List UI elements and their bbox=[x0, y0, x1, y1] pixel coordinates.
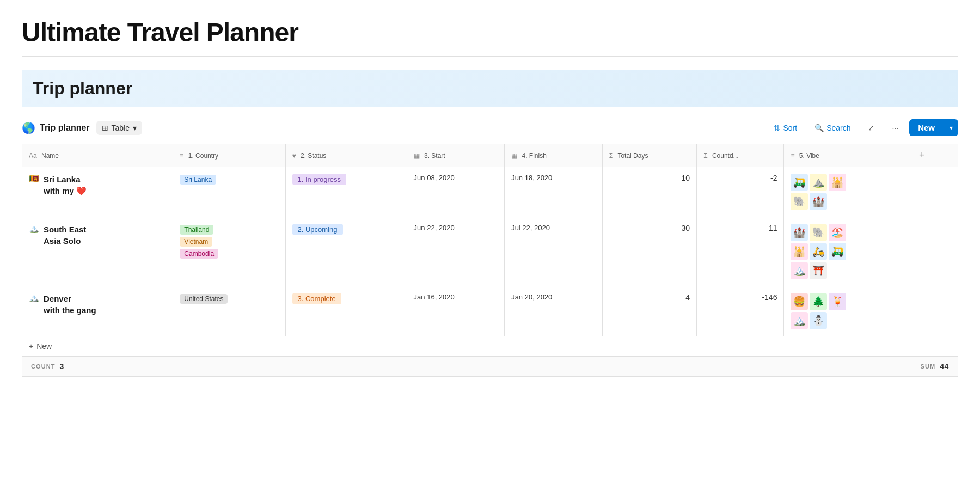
vibe-item: 🏖️ bbox=[829, 224, 846, 241]
more-button[interactable]: ··· bbox=[885, 120, 905, 136]
view-label: Table bbox=[112, 124, 130, 132]
col-vibe-label: 5. Vibe bbox=[799, 152, 819, 160]
sort-button[interactable]: ⇅ Sort bbox=[767, 120, 804, 136]
cell-vibe-row3: 🍔🌲🍹🏔️⛄ bbox=[784, 286, 908, 336]
count-value: 3 bbox=[60, 362, 64, 371]
col-header-finish: ▦ 4. Finish bbox=[505, 144, 603, 167]
cell-name-row2[interactable]: 🏔️South East Asia Solo bbox=[22, 217, 173, 286]
db-name: Trip planner bbox=[40, 123, 90, 133]
country-tag: Sri Lanka bbox=[180, 175, 216, 185]
country-tag: Vietnam bbox=[180, 237, 212, 247]
col-header-add[interactable]: + bbox=[908, 144, 958, 167]
col-finish-label: 4. Finish bbox=[522, 152, 546, 160]
col-header-total-days: Σ Total Days bbox=[602, 144, 696, 167]
table-grid-icon: ⊞ bbox=[102, 124, 108, 132]
vibe-item: 🛺 bbox=[829, 243, 846, 260]
vibe-item: 🏰 bbox=[810, 193, 827, 210]
cell-finish-row2: Jul 22, 2020 bbox=[505, 217, 603, 286]
status-badge: 2. Upcoming bbox=[292, 224, 343, 235]
cell-finish-row3: Jan 20, 2020 bbox=[505, 286, 603, 336]
db-title: 🌎 Trip planner bbox=[22, 121, 90, 134]
vibe-item: 🍔 bbox=[791, 293, 808, 310]
list-icon: ≡ bbox=[180, 152, 183, 160]
vibe-item: 🏔️ bbox=[791, 262, 808, 279]
col-header-start: ▦ 3. Start bbox=[407, 144, 505, 167]
vibe-item: ⛩️ bbox=[810, 262, 827, 279]
new-row-label: New bbox=[36, 342, 52, 351]
table-row: 🇱🇰Sri Lanka with my ❤️Sri Lanka1. In pro… bbox=[22, 167, 958, 217]
new-row-button[interactable]: + New bbox=[22, 336, 958, 356]
vibe-item: 🛵 bbox=[810, 243, 827, 260]
footer-sum: SUM 44 bbox=[920, 362, 949, 371]
cell-start-row1: Jun 08, 2020 bbox=[407, 167, 505, 217]
vibe-item: 🕌 bbox=[791, 243, 808, 260]
cell-total-days-row3: 4 bbox=[602, 286, 696, 336]
search-button[interactable]: 🔍 Search bbox=[808, 120, 857, 136]
flag-icon: 🏔️ bbox=[29, 224, 39, 234]
plus-icon: + bbox=[29, 342, 33, 351]
new-main-button[interactable]: New bbox=[909, 119, 944, 136]
sigma2-icon: Σ bbox=[703, 152, 707, 160]
cell-countdown-row1: -2 bbox=[697, 167, 784, 217]
cell-name-row1[interactable]: 🇱🇰Sri Lanka with my ❤️ bbox=[22, 167, 173, 217]
col-header-status: ♥ 2. Status bbox=[285, 144, 407, 167]
view-selector[interactable]: ⊞ Table ▾ bbox=[96, 121, 142, 135]
sort-icon: ⇅ bbox=[774, 124, 780, 132]
toolbar-right: ⇅ Sort 🔍 Search ⤢ ··· New ▾ bbox=[767, 119, 958, 136]
sum-value: 44 bbox=[940, 362, 949, 371]
text-icon: Aa bbox=[29, 152, 37, 160]
col-name-label: Name bbox=[41, 152, 59, 160]
sum-label: SUM bbox=[920, 363, 935, 370]
vibe-item: 🏔️ bbox=[791, 312, 808, 329]
table-row: 🏔️South East Asia SoloThailandVietnamCam… bbox=[22, 217, 958, 286]
col-header-country: ≡ 1. Country bbox=[173, 144, 285, 167]
heart-icon: ♥ bbox=[292, 152, 296, 160]
toolbar: 🌎 Trip planner ⊞ Table ▾ ⇅ Sort 🔍 Search… bbox=[22, 116, 958, 139]
col-header-vibe: ≡ 5. Vibe bbox=[784, 144, 908, 167]
expand-button[interactable]: ⤢ bbox=[861, 120, 881, 136]
flag-icon: 🇱🇰 bbox=[29, 174, 39, 183]
row-name: Sri Lanka with my ❤️ bbox=[44, 174, 87, 197]
country-tag: Cambodia bbox=[180, 249, 218, 259]
page-title: Ultimate Travel Planner bbox=[22, 17, 958, 47]
add-column-icon[interactable]: + bbox=[915, 150, 929, 161]
row-name: Denver with the gang bbox=[44, 293, 96, 316]
vibe-item: ⛄ bbox=[810, 312, 827, 329]
chevron-down-icon: ▾ bbox=[133, 124, 137, 132]
vibe-item: 🛺 bbox=[791, 174, 808, 191]
country-tag: United States bbox=[180, 294, 228, 304]
sigma-icon: Σ bbox=[609, 152, 613, 160]
cell-total-days-row1: 10 bbox=[602, 167, 696, 217]
calendar2-icon: ▦ bbox=[511, 152, 517, 160]
cell-empty bbox=[908, 286, 958, 336]
vibe-item: 🐘 bbox=[810, 224, 827, 241]
cell-total-days-row2: 30 bbox=[602, 217, 696, 286]
toolbar-left: 🌎 Trip planner ⊞ Table ▾ bbox=[22, 121, 142, 135]
cell-empty bbox=[908, 167, 958, 217]
cell-countdown-row2: 11 bbox=[697, 217, 784, 286]
col-status-label: 2. Status bbox=[301, 152, 326, 160]
cell-vibe-row2: 🏰🐘🏖️🕌🛵🛺🏔️⛩️ bbox=[784, 217, 908, 286]
sort-label: Sort bbox=[783, 124, 797, 132]
cell-finish-row1: Jun 18, 2020 bbox=[505, 167, 603, 217]
cell-status-row1: 1. In progress bbox=[285, 167, 407, 217]
vibe-item: 🐘 bbox=[791, 193, 808, 210]
cell-name-row3[interactable]: 🏔️Denver with the gang bbox=[22, 286, 173, 336]
new-button-group: New ▾ bbox=[909, 119, 958, 136]
country-tag: Thailand bbox=[180, 225, 213, 235]
globe-icon: 🌎 bbox=[22, 121, 35, 134]
count-label: COUNT bbox=[31, 363, 56, 370]
footer-count: COUNT 3 bbox=[31, 362, 64, 371]
cell-status-row2: 2. Upcoming bbox=[285, 217, 407, 286]
status-badge: 3. Complete bbox=[292, 293, 341, 304]
table-footer: COUNT 3 SUM 44 bbox=[22, 357, 958, 377]
vibe-item: ⛰️ bbox=[810, 174, 827, 191]
expand-icon: ⤢ bbox=[868, 124, 874, 132]
col-total-days-label: Total Days bbox=[617, 152, 648, 160]
cell-empty bbox=[908, 217, 958, 286]
calendar-icon: ▦ bbox=[414, 152, 420, 160]
table-row: 🏔️Denver with the gangUnited States3. Co… bbox=[22, 286, 958, 336]
new-caret-button[interactable]: ▾ bbox=[944, 119, 958, 136]
section-header: Trip planner bbox=[22, 70, 958, 107]
search-icon: 🔍 bbox=[814, 124, 824, 132]
